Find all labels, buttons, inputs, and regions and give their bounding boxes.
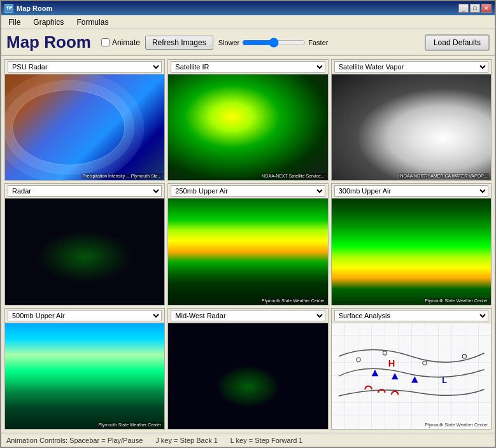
- cell-9-header: Surface Analysis PSU Radar Satellite IR …: [332, 309, 491, 323]
- title-bar-left: 🗺 Map Room: [4, 4, 52, 13]
- cell-2-overlay: NOAA-NEXT Satellite Service...: [260, 173, 326, 179]
- cell-6-overlay: Plymouth State Weather Center: [423, 298, 489, 304]
- speed-slider[interactable]: [242, 38, 306, 48]
- satellite-ir-image: NOAA-NEXT Satellite Service...: [168, 74, 327, 180]
- svg-marker-7: [392, 373, 398, 379]
- refresh-button[interactable]: Refresh Images: [145, 36, 213, 50]
- cell-2-header: Satellite IR PSU Radar Satellite Water V…: [168, 60, 327, 74]
- menu-bar: File Graphics Formulas: [1, 15, 495, 29]
- cell-4-image: [5, 199, 164, 304]
- cell-8-image: [168, 323, 327, 429]
- animate-label: Animate: [112, 38, 140, 47]
- grid-cell-9: Surface Analysis PSU Radar Satellite IR …: [331, 308, 492, 430]
- cell-3-header: Satellite Water Vapor PSU Radar Satellit…: [332, 60, 491, 74]
- cell-9-image: H L: [332, 323, 491, 429]
- grid-cell-8: Mid-West Radar PSU Radar Satellite IR Sa…: [167, 308, 328, 430]
- cell-2-image: NOAA-NEXT Satellite Service...: [168, 74, 327, 180]
- grid-cell-1: PSU Radar Satellite IR Satellite Water V…: [4, 59, 165, 181]
- toolbar: Map Room Animate Refresh Images Slower F…: [1, 29, 495, 56]
- cell-1-select[interactable]: PSU Radar Satellite IR Satellite Water V…: [8, 61, 162, 73]
- cell-7-overlay: Plymouth State Weather Center: [97, 422, 163, 428]
- cell-6-select[interactable]: 300mb Upper Air PSU Radar Satellite IR S…: [334, 185, 488, 197]
- cell-8-select[interactable]: Mid-West Radar PSU Radar Satellite IR Sa…: [171, 310, 325, 321]
- window-title: Map Room: [17, 4, 52, 12]
- cell-7-image: Plymouth State Weather Center: [5, 323, 164, 429]
- cell-2-select[interactable]: Satellite IR PSU Radar Satellite Water V…: [171, 61, 325, 73]
- cell-9-overlay: Plymouth State Weather Center: [423, 422, 489, 428]
- maximize-button[interactable]: □: [470, 4, 480, 13]
- surface-analysis-image: H L: [332, 323, 491, 429]
- slower-label: Slower: [218, 39, 240, 46]
- main-window: 🗺 Map Room _ □ ✕ File Graphics Formulas …: [0, 0, 496, 448]
- menu-graphics[interactable]: Graphics: [29, 17, 67, 28]
- status-text-1: Animation Controls: Spacebar = Play/Paus…: [6, 437, 143, 444]
- grid-cell-2: Satellite IR PSU Radar Satellite Water V…: [167, 59, 328, 181]
- cell-6-image: Plymouth State Weather Center: [332, 199, 491, 304]
- cell-4-header: Radar PSU Radar Satellite IR Satellite W…: [5, 184, 164, 199]
- menu-formulas[interactable]: Formulas: [73, 17, 112, 28]
- title-bar: 🗺 Map Room _ □ ✕: [1, 1, 495, 15]
- midwest-radar-image: [168, 323, 327, 429]
- 500mb-image: Plymouth State Weather Center: [5, 323, 164, 429]
- svg-text:L: L: [442, 375, 447, 384]
- grid-cell-4: Radar PSU Radar Satellite IR Satellite W…: [4, 183, 165, 305]
- cell-1-header: PSU Radar Satellite IR Satellite Water V…: [5, 60, 164, 74]
- cell-5-header: 250mb Upper Air PSU Radar Satellite IR S…: [168, 184, 327, 199]
- svg-point-5: [462, 354, 466, 358]
- cell-5-overlay: Plymouth State Weather Center: [260, 298, 326, 304]
- cell-9-select[interactable]: Surface Analysis PSU Radar Satellite IR …: [334, 310, 488, 321]
- title-bar-buttons: _ □ ✕: [458, 4, 492, 13]
- close-button[interactable]: ✕: [481, 4, 492, 13]
- grid-cell-5: 250mb Upper Air PSU Radar Satellite IR S…: [167, 183, 328, 305]
- radar-image: [5, 199, 164, 304]
- svg-marker-6: [371, 369, 378, 375]
- svg-point-4: [422, 361, 426, 365]
- svg-marker-8: [411, 376, 418, 382]
- speed-section: Slower Faster: [218, 38, 329, 48]
- status-text-2: J key = Step Back 1: [155, 437, 218, 444]
- cell-7-header: 500mb Upper Air PSU Radar Satellite IR S…: [5, 309, 164, 323]
- cell-1-image: Precipitation Intensity ... Plymouth Sta…: [5, 74, 164, 180]
- cell-8-header: Mid-West Radar PSU Radar Satellite IR Sa…: [168, 309, 327, 323]
- cell-6-header: 300mb Upper Air PSU Radar Satellite IR S…: [332, 184, 491, 199]
- water-vapor-image: NOAA NORTH AMERICA WATER VAPOR...: [332, 74, 491, 180]
- status-text-3: L key = Step Forward 1: [230, 437, 303, 444]
- psu-radar-image: Precipitation Intensity ... Plymouth Sta…: [5, 74, 164, 180]
- cell-7-select[interactable]: 500mb Upper Air PSU Radar Satellite IR S…: [8, 310, 162, 321]
- cell-3-overlay: NOAA NORTH AMERICA WATER VAPOR...: [399, 173, 489, 179]
- cell-1-overlay: Precipitation Intensity ... Plymouth Sta…: [81, 173, 163, 179]
- 250mb-image: Plymouth State Weather Center: [168, 199, 327, 304]
- svg-text:H: H: [388, 358, 395, 368]
- surface-analysis-svg: H L: [332, 323, 491, 429]
- cell-5-select[interactable]: 250mb Upper Air PSU Radar Satellite IR S…: [171, 185, 325, 197]
- faster-label: Faster: [308, 39, 328, 46]
- app-title: Map Room: [6, 32, 91, 52]
- animate-section: Animate: [101, 38, 140, 47]
- svg-point-2: [357, 358, 360, 361]
- animate-checkbox[interactable]: [101, 38, 110, 46]
- cell-5-image: Plymouth State Weather Center: [168, 199, 327, 304]
- grid-cell-3: Satellite Water Vapor PSU Radar Satellit…: [331, 59, 492, 181]
- load-defaults-button[interactable]: Load Defaults: [425, 34, 490, 51]
- menu-file[interactable]: File: [4, 17, 24, 28]
- image-grid: PSU Radar Satellite IR Satellite Water V…: [1, 56, 495, 433]
- svg-point-3: [383, 351, 386, 354]
- grid-cell-6: 300mb Upper Air PSU Radar Satellite IR S…: [331, 183, 492, 305]
- grid-cell-7: 500mb Upper Air PSU Radar Satellite IR S…: [4, 308, 165, 430]
- minimize-button[interactable]: _: [458, 4, 469, 13]
- status-bar: Animation Controls: Spacebar = Play/Paus…: [1, 433, 495, 447]
- cell-4-select[interactable]: Radar PSU Radar Satellite IR Satellite W…: [8, 185, 162, 197]
- cell-3-select[interactable]: Satellite Water Vapor PSU Radar Satellit…: [334, 61, 488, 73]
- cell-3-image: NOAA NORTH AMERICA WATER VAPOR...: [332, 74, 491, 180]
- window-icon: 🗺: [4, 4, 13, 13]
- 300mb-image: Plymouth State Weather Center: [332, 199, 491, 304]
